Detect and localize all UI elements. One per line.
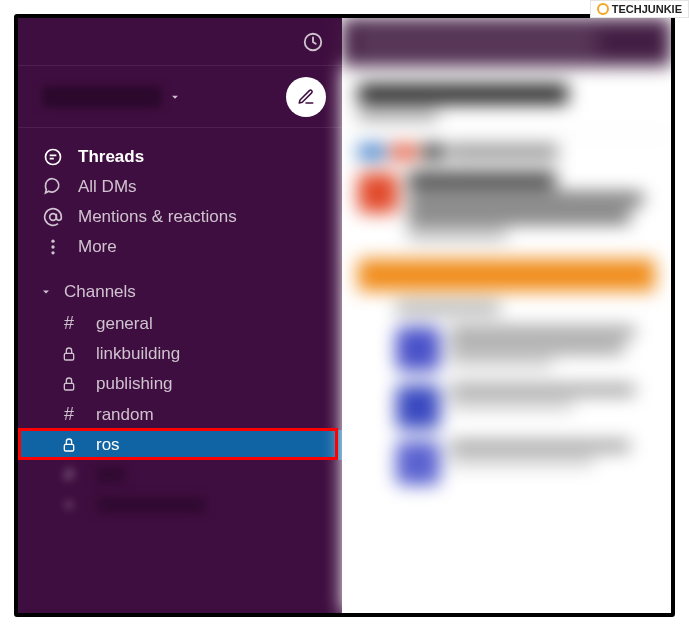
channel-name-blurred: [96, 497, 206, 513]
lock-icon: [58, 346, 80, 362]
channels-list: #generallinkbuildingpublishing#randomros: [18, 308, 342, 460]
nav-mentions-label: Mentions & reactions: [78, 207, 237, 227]
hash-icon: #: [58, 404, 80, 425]
svg-point-3: [51, 240, 54, 243]
chevron-down-icon: [168, 90, 182, 104]
channel-add-blurred[interactable]: +: [18, 490, 342, 520]
sidebar: Threads All DMs Mentions & reactions Mor…: [18, 18, 342, 613]
nav-threads[interactable]: Threads: [18, 142, 342, 172]
channels-label: Channels: [64, 282, 136, 302]
svg-rect-6: [64, 353, 73, 360]
workspace-header[interactable]: [18, 66, 342, 128]
history-icon[interactable]: [302, 31, 324, 53]
svg-point-2: [50, 214, 57, 221]
caret-down-icon: [40, 286, 52, 298]
channel-name: general: [96, 314, 153, 334]
workspace-name[interactable]: [42, 86, 286, 108]
channel-name: random: [96, 405, 154, 425]
app-frame: Threads All DMs Mentions & reactions Mor…: [14, 14, 675, 617]
nav-more-label: More: [78, 237, 117, 257]
more-icon: [42, 237, 64, 257]
watermark-text: TECHJUNKIE: [612, 3, 682, 15]
workspace-name-blurred: [42, 86, 162, 108]
channel-item-publishing[interactable]: publishing: [18, 369, 342, 399]
hash-icon: #: [58, 313, 80, 334]
threads-icon: [42, 147, 64, 167]
hash-icon: #: [58, 465, 80, 485]
nav-list: Threads All DMs Mentions & reactions Mor…: [18, 128, 342, 268]
dms-icon: [42, 177, 64, 197]
channel-name: ros: [96, 435, 120, 455]
channels-section-header[interactable]: Channels: [18, 268, 342, 308]
mentions-icon: [42, 207, 64, 227]
nav-more[interactable]: More: [18, 232, 342, 262]
channel-item-blurred[interactable]: #: [18, 460, 342, 490]
nav-mentions[interactable]: Mentions & reactions: [18, 202, 342, 232]
svg-point-4: [51, 245, 54, 248]
compose-icon: [297, 88, 315, 106]
svg-point-5: [51, 251, 54, 254]
sidebar-top-bar: [18, 18, 342, 66]
compose-button[interactable]: [286, 77, 326, 117]
channel-item-random[interactable]: #random: [18, 399, 342, 430]
watermark-badge: TECHJUNKIE: [590, 0, 689, 18]
main-content-blurred: [342, 18, 671, 613]
channel-name: publishing: [96, 374, 173, 394]
plus-icon: +: [58, 495, 80, 515]
channel-item-linkbuilding[interactable]: linkbuilding: [18, 339, 342, 369]
svg-rect-8: [64, 444, 73, 451]
channel-item-ros[interactable]: ros: [18, 430, 342, 460]
nav-all-dms-label: All DMs: [78, 177, 137, 197]
svg-rect-7: [64, 383, 73, 390]
channel-name: linkbuilding: [96, 344, 180, 364]
channel-name-blurred: [96, 467, 126, 483]
watermark-icon: [597, 3, 609, 15]
nav-threads-label: Threads: [78, 147, 144, 167]
lock-icon: [58, 437, 80, 453]
svg-point-1: [46, 150, 61, 165]
lock-icon: [58, 376, 80, 392]
nav-all-dms[interactable]: All DMs: [18, 172, 342, 202]
channel-item-general[interactable]: #general: [18, 308, 342, 339]
